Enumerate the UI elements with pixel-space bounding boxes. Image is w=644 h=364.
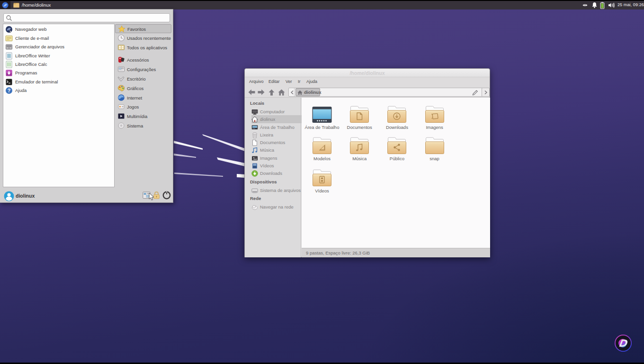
svg-text:?: ? <box>8 88 10 93</box>
